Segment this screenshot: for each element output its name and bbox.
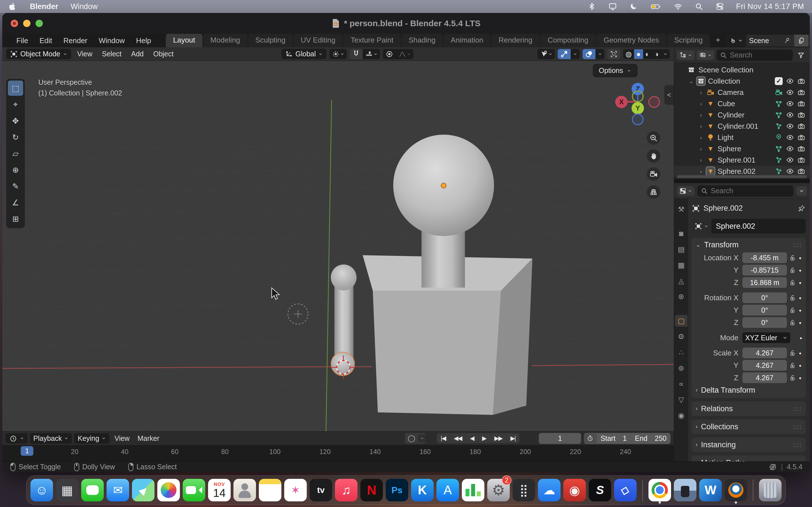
dock-trash-icon[interactable] bbox=[759, 479, 781, 501]
tool-select-box[interactable]: ⬚ bbox=[8, 80, 23, 96]
tab-modifiers[interactable]: ⚙ bbox=[675, 331, 688, 342]
viewport-menu-add[interactable]: Add bbox=[128, 49, 147, 59]
disable-in-renders-icon[interactable] bbox=[796, 145, 807, 153]
hide-in-viewport-icon[interactable] bbox=[784, 77, 796, 85]
animate-dot[interactable]: ● bbox=[797, 268, 804, 273]
tab-object[interactable]: ▢ bbox=[675, 315, 688, 327]
pin-icon[interactable] bbox=[797, 204, 806, 213]
timeline-view-menu[interactable]: View bbox=[112, 433, 133, 444]
play-reverse-button[interactable]: ◀ bbox=[466, 433, 478, 443]
sidebar-collapse-arrow[interactable]: < bbox=[664, 85, 674, 105]
hide-in-viewport-icon[interactable] bbox=[784, 100, 796, 108]
tool-annotate[interactable]: ✎ bbox=[8, 179, 23, 194]
disable-in-renders-icon[interactable] bbox=[796, 167, 807, 175]
tab-particles[interactable]: ∴ bbox=[675, 346, 688, 358]
menubar-clock[interactable]: Fri Nov 14 5:17 PM bbox=[736, 2, 804, 11]
scene-type-dropdown[interactable] bbox=[725, 35, 746, 47]
dock-facetime-icon[interactable] bbox=[183, 479, 205, 501]
keying-menu[interactable]: Keying bbox=[74, 433, 109, 444]
overlays-settings-dropdown[interactable] bbox=[596, 51, 605, 57]
animate-dot[interactable]: ● bbox=[797, 308, 804, 313]
tool-scale[interactable]: ▱ bbox=[8, 146, 23, 161]
camera-view-icon[interactable] bbox=[647, 167, 660, 181]
collection-checkbox[interactable]: ✓ bbox=[775, 77, 783, 85]
hide-in-viewport-icon[interactable] bbox=[784, 145, 796, 153]
dock-notes-icon[interactable] bbox=[259, 479, 282, 501]
hide-in-viewport-icon[interactable] bbox=[784, 122, 796, 130]
disable-in-renders-icon[interactable] bbox=[796, 122, 807, 130]
rotation-value-field[interactable]: 0° bbox=[742, 292, 787, 303]
display-icon[interactable] bbox=[608, 2, 617, 11]
filter-funnel-icon[interactable] bbox=[795, 50, 807, 60]
wifi-icon[interactable] bbox=[673, 2, 683, 11]
tab-modeling[interactable]: Modeling bbox=[203, 34, 248, 47]
panel-collections[interactable]: ›Collections:::: bbox=[692, 419, 806, 434]
dock-numbers-icon[interactable] bbox=[462, 479, 485, 501]
tab-animation[interactable]: Animation bbox=[444, 34, 491, 47]
snap-settings-dropdown[interactable] bbox=[363, 49, 380, 59]
add-workspace-button[interactable]: + bbox=[711, 33, 725, 47]
outliner-row-cylinder[interactable]: ›▼Cylinder bbox=[674, 109, 810, 121]
tool-add-cube[interactable]: ⊞ bbox=[8, 211, 23, 226]
jump-to-start-button[interactable]: |◀ bbox=[437, 433, 450, 443]
outliner-row-camera[interactable]: ›Camera bbox=[674, 87, 810, 98]
hand-icon[interactable] bbox=[647, 149, 660, 163]
disable-in-renders-icon[interactable] bbox=[796, 156, 807, 164]
play-button[interactable]: ▶ bbox=[478, 433, 490, 443]
shading-dropdown[interactable] bbox=[661, 51, 670, 57]
rotation-value-field[interactable]: 0° bbox=[742, 317, 787, 328]
dock-blender-icon[interactable] bbox=[725, 479, 747, 501]
outliner-row-sphere[interactable]: ›▼Sphere bbox=[674, 143, 810, 154]
disable-in-renders-icon[interactable] bbox=[796, 100, 807, 108]
location-value-field[interactable]: -8.455 m bbox=[742, 252, 787, 263]
panel-splitter[interactable] bbox=[674, 179, 810, 183]
dock-weather-icon[interactable]: ☁ bbox=[538, 479, 560, 501]
show-overlays-toggle[interactable] bbox=[582, 49, 596, 59]
apple-menu-icon[interactable] bbox=[8, 2, 17, 11]
transform-panel-header[interactable]: ⌄ Transform :::: bbox=[692, 238, 806, 251]
location-value-field[interactable]: -0.85715 bbox=[742, 265, 787, 276]
dock-word-icon[interactable]: W bbox=[699, 479, 722, 501]
outliner-row-scene collection[interactable]: Scene Collection bbox=[674, 64, 810, 75]
tool-rotate[interactable]: ↻ bbox=[8, 129, 23, 145]
topbar-menu-render[interactable]: Render bbox=[59, 35, 92, 46]
xray-toggle[interactable] bbox=[607, 49, 620, 59]
dock-contacts-icon[interactable] bbox=[234, 479, 256, 501]
shading-solid-button[interactable]: ● bbox=[634, 49, 643, 59]
dock-shapr-icon[interactable]: S bbox=[589, 479, 611, 501]
object-name-field[interactable]: Sphere.002 bbox=[711, 222, 760, 231]
dock-photobooth-icon[interactable]: ◉ bbox=[563, 479, 586, 501]
rotation-mode-dropdown[interactable]: XYZ Euler bbox=[742, 332, 790, 343]
drag-grip-icon[interactable]: :::: bbox=[794, 242, 802, 248]
disable-in-renders-icon[interactable] bbox=[796, 133, 807, 142]
tool-cursor[interactable]: ⌖ bbox=[8, 97, 23, 112]
viewport-menu-view[interactable]: View bbox=[74, 49, 96, 59]
hide-in-viewport-icon[interactable] bbox=[784, 133, 796, 142]
scale-value-field[interactable]: 4.267 bbox=[742, 360, 787, 371]
outliner-search-input[interactable]: Search bbox=[716, 50, 793, 61]
delta-transform-header[interactable]: › Delta Transform bbox=[692, 384, 806, 396]
navigation-gizmo[interactable]: Z X Y bbox=[613, 76, 663, 126]
tab-material[interactable]: ◉ bbox=[675, 409, 688, 421]
tab-scripting[interactable]: Scripting bbox=[667, 34, 710, 47]
tab-view-layer[interactable]: ▦ bbox=[675, 259, 688, 271]
timeline-ruler[interactable]: 1 20406080100120140160180200220240 bbox=[2, 445, 674, 461]
panel-instancing[interactable]: ›Instancing:::: bbox=[692, 438, 806, 452]
animate-dot[interactable]: ● bbox=[797, 256, 804, 260]
location-value-field[interactable]: 16.868 m bbox=[742, 277, 787, 288]
animate-dot[interactable]: ● bbox=[797, 351, 804, 355]
gizmo-settings-dropdown[interactable] bbox=[571, 51, 580, 57]
tab-constraints[interactable]: ∝ bbox=[675, 378, 688, 390]
tab-physics[interactable]: ⊚ bbox=[675, 362, 688, 374]
dock-launchpad-icon[interactable]: ▦ bbox=[56, 479, 79, 501]
hide-in-viewport-icon[interactable] bbox=[784, 167, 796, 175]
dock-photoshop-icon[interactable]: Ps bbox=[386, 479, 408, 501]
lock-icon[interactable] bbox=[787, 279, 797, 286]
dock-finder-icon[interactable]: ☺ bbox=[31, 479, 53, 501]
outliner-row-collection[interactable]: ⌄Collection✓ bbox=[674, 75, 810, 87]
shading-wireframe-button[interactable]: ◍ bbox=[623, 49, 634, 59]
tab-data[interactable]: ▽ bbox=[675, 394, 688, 406]
lock-icon[interactable] bbox=[787, 267, 797, 274]
mode-dropdown[interactable]: Object Mode bbox=[6, 49, 71, 59]
options-button[interactable]: Options bbox=[593, 64, 637, 77]
